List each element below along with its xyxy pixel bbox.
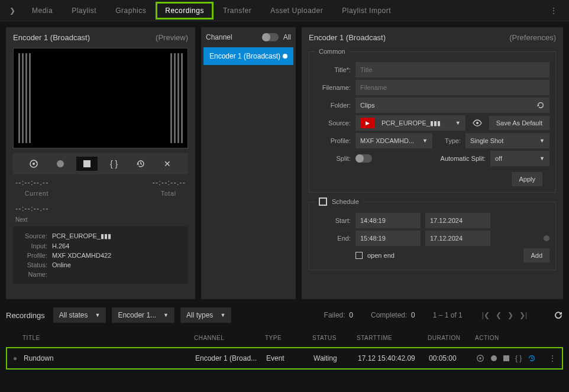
save-default-button[interactable]: Save As Default [489, 116, 549, 130]
schedule-legend: Schedule [315, 197, 363, 206]
svg-point-4 [476, 122, 479, 124]
row-record-loop-icon[interactable] [476, 354, 484, 362]
channel-all-label: All [283, 33, 291, 41]
preferences-panel: Encoder 1 (Broadcast) (Preferences) Comm… [302, 27, 563, 299]
channel-item-encoder1[interactable]: Encoder 1 (Broadcast) [203, 47, 293, 65]
common-legend: Common [315, 48, 349, 55]
col-action: ACTION [475, 335, 499, 341]
info-profile-k: Profile: [18, 252, 47, 259]
row-more-icon[interactable]: ⋮ [549, 354, 556, 362]
split-toggle[interactable] [355, 154, 372, 163]
tc-current-label: Current [15, 190, 58, 197]
refresh-icon[interactable] [554, 310, 563, 320]
page-last-icon[interactable]: ❯| [518, 311, 529, 319]
tab-graphics[interactable]: Graphics [106, 2, 156, 20]
col-status: STATUS [312, 335, 357, 341]
chevron-down-icon: ▼ [220, 312, 225, 318]
open-end-checkbox[interactable] [355, 252, 363, 259]
auto-split-select[interactable]: off ▼ [490, 151, 549, 166]
chevron-down-icon: ▼ [539, 138, 545, 144]
recordings-section: Recordings All states▼ Encoder 1...▼ All… [0, 305, 569, 370]
start-date-input[interactable] [425, 213, 490, 228]
row-type: Event [266, 354, 313, 362]
start-time-input[interactable] [355, 213, 421, 228]
chevron-down-icon: ▼ [95, 312, 100, 318]
profile-select[interactable]: MXF XDCAMHD... ▼ [355, 133, 432, 148]
channel-item-label: Encoder 1 (Broadcast) [209, 52, 280, 60]
row-status: Waiting [313, 354, 358, 362]
table-header: TITLE CHANNEL TYPE STATUS STARTTIME DURA… [6, 330, 563, 346]
source-eye-icon[interactable] [470, 119, 484, 127]
failed-count: 0 [349, 311, 353, 319]
end-date-input[interactable] [425, 231, 490, 246]
nav-chevron-right-icon[interactable]: ❯ [5, 4, 20, 17]
top-bar: ❯ Media Playlist Graphics Recordings Tra… [0, 0, 569, 21]
more-menu-icon[interactable]: ⋮ [543, 4, 564, 17]
svg-rect-3 [83, 160, 90, 167]
folder-label: Folder: [315, 102, 351, 109]
row-duration: 00:05:00 [429, 354, 476, 362]
video-preview [13, 48, 188, 148]
row-stop-icon[interactable] [503, 355, 509, 361]
col-start: STARTTIME [357, 335, 428, 341]
tc-total: --:--:--.-- [153, 178, 186, 187]
folder-value: Clips [360, 102, 374, 109]
common-fieldset: Common Title*: Filename: Folder: Clips S… [309, 48, 556, 193]
page-next-icon[interactable]: ❯ [506, 311, 515, 319]
preview-bars-right [170, 53, 183, 143]
history-icon[interactable] [130, 157, 151, 171]
main-row: Encoder 1 (Broadcast) (Preview) { } ✕ --… [0, 21, 569, 305]
record-loop-icon[interactable] [23, 157, 44, 171]
row-braces-icon[interactable]: { } [515, 354, 522, 362]
svg-point-7 [491, 355, 497, 361]
stop-icon[interactable] [76, 157, 98, 171]
tc-total-label: Total [151, 190, 186, 197]
info-name-k: Name: [18, 271, 47, 278]
title-input[interactable] [355, 62, 549, 77]
profile-value: MXF XDCAMHD... [360, 137, 414, 144]
page-prev-icon[interactable]: ❮ [494, 311, 503, 319]
type-label: Type: [437, 137, 461, 144]
channel-title: Channel [206, 33, 232, 41]
page-first-icon[interactable]: |❮ [480, 311, 492, 319]
folder-refresh-icon[interactable] [536, 101, 545, 109]
add-button[interactable]: Add [523, 248, 549, 263]
info-profile-v: MXF XDCAMHD422 [52, 252, 111, 259]
filter-type-select[interactable]: All types▼ [180, 307, 231, 323]
filter-encoder-select[interactable]: Encoder 1...▼ [112, 307, 174, 323]
row-status-dot-icon: ● [13, 354, 19, 362]
close-icon[interactable]: ✕ [157, 157, 178, 171]
end-time-input[interactable] [355, 231, 421, 246]
info-source-k: Source: [18, 232, 47, 240]
recordings-table: TITLE CHANNEL TYPE STATUS STARTTIME DURA… [6, 330, 563, 370]
source-select[interactable]: ▶PCR_EUROPE_▮▮▮ ▼ [355, 115, 465, 131]
tab-strip: Media Playlist Graphics Recordings Trans… [22, 2, 543, 20]
channel-all-toggle[interactable] [262, 33, 279, 41]
col-duration: DURATION [428, 335, 475, 341]
preview-bars-left [18, 53, 31, 143]
col-title: TITLE [22, 335, 194, 341]
row-title: Rundown [24, 354, 195, 362]
filter-state-select[interactable]: All states▼ [53, 307, 106, 323]
braces-icon[interactable]: { } [104, 157, 125, 171]
record-icon[interactable] [50, 157, 71, 171]
tab-asset-uploader[interactable]: Asset Uploader [261, 2, 332, 20]
tab-playlist[interactable]: Playlist [62, 2, 106, 20]
filename-input[interactable] [355, 80, 549, 95]
source-label: Source: [315, 119, 351, 127]
tab-recordings[interactable]: Recordings [156, 2, 214, 20]
row-start: 17.12 15:40:42.09 [358, 354, 429, 362]
schedule-checkbox[interactable] [319, 197, 327, 206]
tab-playlist-import[interactable]: Playlist Import [332, 2, 400, 20]
col-type: TYPE [265, 335, 312, 341]
tab-media[interactable]: Media [22, 2, 62, 20]
table-row[interactable]: ● Rundown Encoder 1 (Broad... Event Wait… [6, 347, 563, 370]
failed-label: Failed: [324, 311, 345, 319]
apply-button[interactable]: Apply [512, 172, 542, 186]
type-select[interactable]: Single Shot ▼ [465, 133, 549, 148]
schedule-fieldset: Schedule Start: End: open end Add [309, 197, 556, 270]
auto-split-value: off [495, 155, 502, 162]
row-record-icon[interactable] [490, 355, 497, 362]
tab-transfer[interactable]: Transfer [214, 2, 261, 20]
row-history-icon[interactable] [528, 354, 536, 362]
